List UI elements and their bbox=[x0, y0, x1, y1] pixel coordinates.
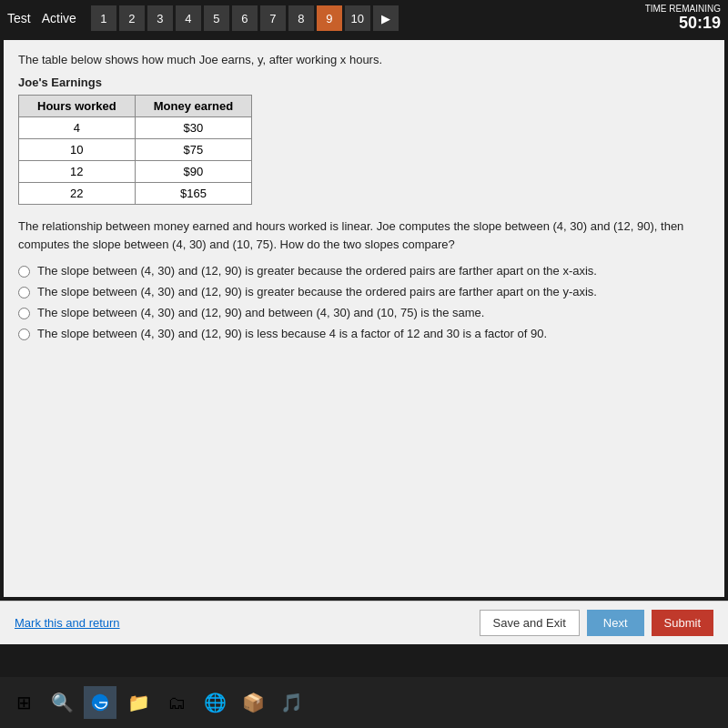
top-bar: Test Active 1 2 3 4 5 6 7 8 9 10 ▶ TIME … bbox=[0, 0, 728, 36]
money-3: $90 bbox=[135, 161, 251, 183]
nav-btn-4[interactable]: 4 bbox=[176, 5, 201, 31]
col-header-hours: Hours worked bbox=[19, 96, 136, 117]
nav-btn-10[interactable]: 10 bbox=[345, 5, 370, 31]
option-2-text: The slope between (4, 30) and (12, 90) i… bbox=[37, 285, 597, 298]
radio-3[interactable] bbox=[18, 308, 30, 319]
folder-icon[interactable]: 📁 bbox=[122, 686, 155, 719]
main-content: The table below shows how much Joe earns… bbox=[4, 40, 724, 597]
nav-btn-2[interactable]: 2 bbox=[119, 5, 145, 31]
search-icon[interactable]: 🔍 bbox=[46, 686, 78, 719]
table-row: 22 $165 bbox=[19, 183, 252, 205]
hours-3: 12 bbox=[19, 161, 136, 183]
package-icon[interactable]: 📦 bbox=[237, 686, 269, 719]
edge-icon[interactable] bbox=[84, 686, 116, 719]
nav-btn-arrow[interactable]: ▶ bbox=[373, 5, 399, 31]
option-2[interactable]: The slope between (4, 30) and (12, 90) i… bbox=[18, 285, 710, 298]
nav-btn-7[interactable]: 7 bbox=[260, 5, 286, 31]
money-2: $75 bbox=[135, 139, 251, 161]
nav-btn-1[interactable]: 1 bbox=[91, 5, 116, 31]
taskbar: ⊞ 🔍 📁 🗂 🌐 📦 🎵 bbox=[0, 677, 728, 728]
description-text: The relationship between money earned an… bbox=[18, 217, 710, 253]
radio-2[interactable] bbox=[18, 287, 30, 298]
next-button[interactable]: Next bbox=[587, 610, 644, 636]
radio-4[interactable] bbox=[18, 329, 30, 340]
save-exit-button[interactable]: Save and Exit bbox=[480, 610, 580, 636]
money-1: $30 bbox=[135, 117, 251, 139]
nav-btn-3[interactable]: 3 bbox=[147, 5, 173, 31]
option-4[interactable]: The slope between (4, 30) and (12, 90) i… bbox=[18, 327, 710, 340]
nav-btn-6[interactable]: 6 bbox=[232, 5, 258, 31]
radio-1[interactable] bbox=[18, 266, 30, 278]
mark-return-button[interactable]: Mark this and return bbox=[15, 616, 120, 630]
option-3[interactable]: The slope between (4, 30) and (12, 90) a… bbox=[18, 306, 710, 319]
option-4-text: The slope between (4, 30) and (12, 90) i… bbox=[37, 327, 547, 340]
time-value: 50:19 bbox=[645, 14, 721, 33]
option-1-text: The slope between (4, 30) and (12, 90) i… bbox=[37, 264, 597, 278]
col-header-money: Money earned bbox=[135, 96, 251, 117]
option-3-text: The slope between (4, 30) and (12, 90) a… bbox=[37, 306, 484, 319]
table-title: Joe's Earnings bbox=[18, 76, 710, 89]
table-row: 10 $75 bbox=[19, 139, 252, 161]
table-row: 4 $30 bbox=[19, 117, 252, 139]
answer-options: The slope between (4, 30) and (12, 90) i… bbox=[18, 264, 710, 340]
hours-4: 22 bbox=[19, 183, 136, 205]
submit-button[interactable]: Submit bbox=[652, 610, 713, 636]
question-intro: The table below shows how much Joe earns… bbox=[18, 53, 710, 66]
nav-buttons: 1 2 3 4 5 6 7 8 9 10 ▶ bbox=[91, 5, 399, 31]
table-row: 12 $90 bbox=[19, 161, 252, 183]
earnings-table: Hours worked Money earned 4 $30 10 $75 1… bbox=[18, 95, 252, 205]
hours-2: 10 bbox=[19, 139, 136, 161]
active-label: Active bbox=[42, 11, 76, 25]
money-4: $165 bbox=[135, 183, 251, 205]
time-label: TIME REMAINING bbox=[645, 4, 721, 14]
content-wrapper: The table below shows how much Joe earns… bbox=[18, 53, 710, 340]
test-label: Test bbox=[7, 11, 31, 25]
nav-btn-8[interactable]: 8 bbox=[288, 5, 314, 31]
nav-btn-5[interactable]: 5 bbox=[204, 5, 229, 31]
files-icon[interactable]: 🗂 bbox=[160, 686, 193, 719]
globe-icon[interactable]: 🌐 bbox=[198, 686, 231, 719]
time-remaining: TIME REMAINING 50:19 bbox=[645, 4, 721, 33]
start-icon[interactable]: ⊞ bbox=[7, 686, 40, 719]
hours-1: 4 bbox=[19, 117, 136, 139]
nav-btn-9[interactable]: 9 bbox=[317, 5, 342, 31]
option-1[interactable]: The slope between (4, 30) and (12, 90) i… bbox=[18, 264, 710, 278]
bottom-buttons: Save and Exit Next Submit bbox=[480, 610, 713, 636]
music-icon[interactable]: 🎵 bbox=[275, 686, 308, 719]
bottom-bar: Mark this and return Save and Exit Next … bbox=[0, 601, 728, 644]
